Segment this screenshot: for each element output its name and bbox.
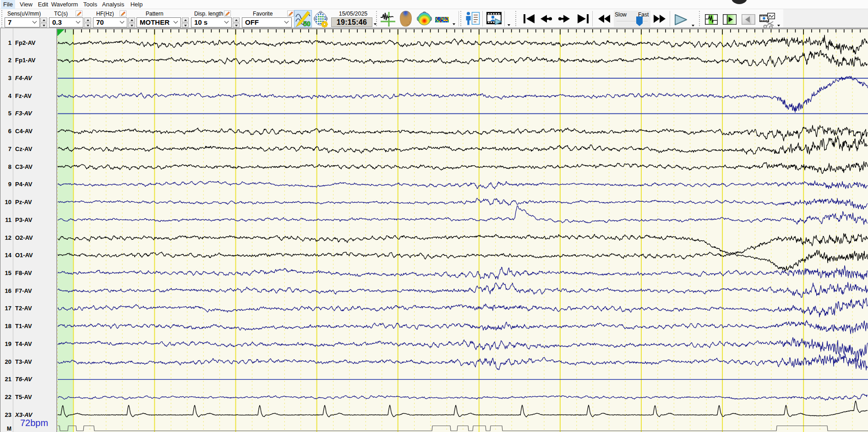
- svg-text:50: 50: [303, 20, 311, 27]
